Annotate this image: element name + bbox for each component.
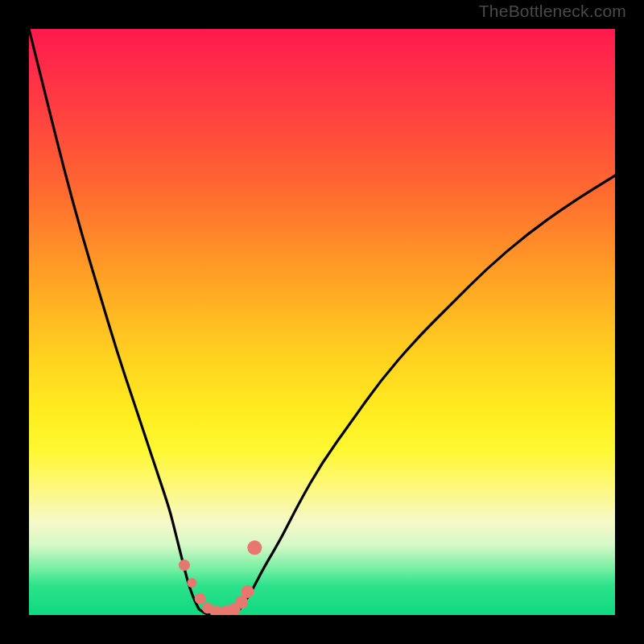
valley-dot xyxy=(195,593,206,605)
plot-area xyxy=(29,29,615,615)
valley-dot xyxy=(242,585,254,598)
outer-frame: TheBottleneck.com xyxy=(0,0,644,644)
valley-dot xyxy=(179,559,190,571)
bottleneck-curve xyxy=(29,29,615,615)
valley-dot xyxy=(247,540,262,555)
curve-line xyxy=(29,29,615,615)
watermark-text: TheBottleneck.com xyxy=(479,2,626,21)
valley-dot xyxy=(187,578,196,588)
valley-dots-group xyxy=(179,540,262,615)
